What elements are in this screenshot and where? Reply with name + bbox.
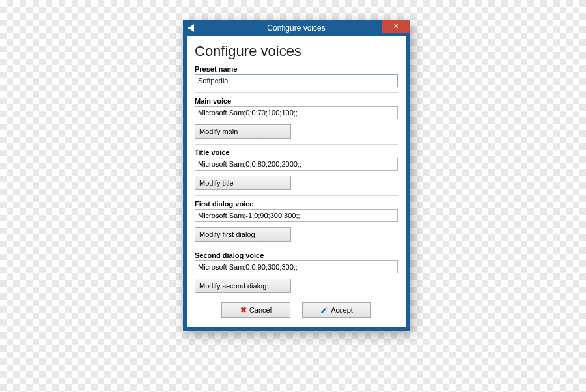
main-voice-label: Main voice (195, 97, 398, 105)
cancel-button[interactable]: ✖ Cancel (221, 302, 290, 318)
configure-voices-window: Configure voices ✕ Configure voices Pres… (183, 20, 410, 331)
title-voice-label: Title voice (195, 148, 398, 156)
titlebar: Configure voices ✕ (183, 20, 410, 36)
divider (195, 247, 398, 247)
preset-name-input[interactable] (195, 74, 398, 87)
dialog-content: Configure voices Preset name Main voice … (187, 36, 406, 327)
preset-name-label: Preset name (195, 65, 398, 73)
second-dialog-value: Microsoft Sam;0;0;90;300;300;; (195, 260, 398, 273)
divider (195, 92, 398, 93)
megaphone-icon (187, 23, 197, 33)
cancel-label: Cancel (249, 306, 272, 314)
modify-title-button[interactable]: Modify title (195, 176, 291, 190)
first-dialog-value: Microsoft Sam;-1;0;90;300;300;; (195, 209, 398, 222)
modify-second-dialog-button[interactable]: Modify second dialog (195, 279, 291, 293)
window-title: Configure voices (183, 23, 410, 33)
close-icon: ✕ (393, 22, 399, 31)
main-voice-value: Microsoft Sam;0;0;70;100;100;; (195, 106, 398, 119)
page-title: Configure voices (195, 43, 398, 60)
first-dialog-label: First dialog voice (195, 200, 398, 208)
close-button[interactable]: ✕ (382, 20, 410, 33)
modify-main-button[interactable]: Modify main (195, 124, 291, 139)
modify-first-dialog-button[interactable]: Modify first dialog (195, 227, 291, 242)
action-bar: ✖ Cancel Accept (195, 302, 398, 318)
brush-icon (320, 306, 328, 314)
divider (195, 195, 398, 196)
cancel-icon: ✖ (240, 305, 247, 315)
divider (195, 144, 398, 145)
title-voice-value: Microsoft Sam;0;0;80;200;2000;; (195, 158, 398, 171)
accept-button[interactable]: Accept (302, 302, 371, 318)
accept-label: Accept (331, 306, 353, 314)
second-dialog-label: Second dialog voice (195, 251, 398, 259)
